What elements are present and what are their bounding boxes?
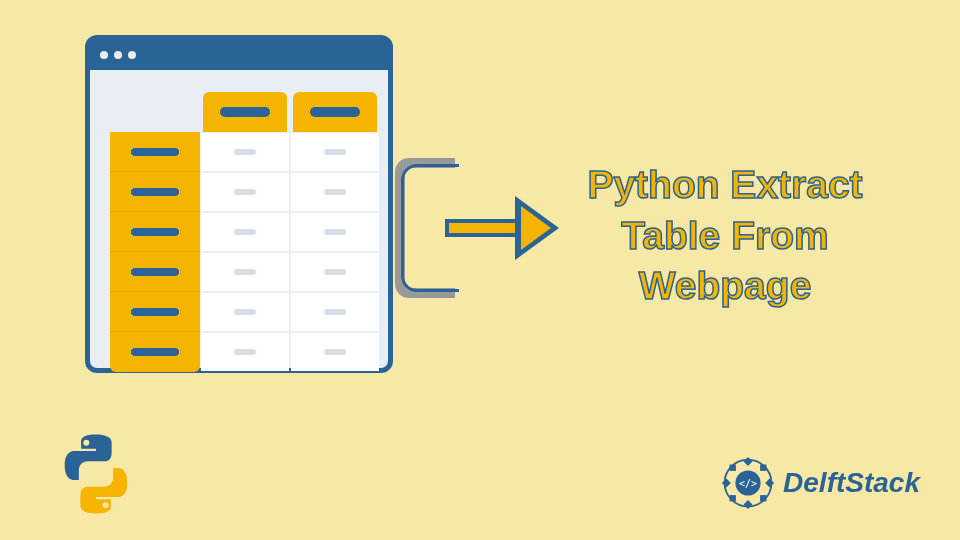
table-header <box>203 92 287 132</box>
title-line-1: Python Extract <box>560 160 890 211</box>
browser-window <box>85 35 393 373</box>
table-row-header <box>110 332 200 372</box>
table-row-header <box>110 172 200 212</box>
table-cell <box>291 253 379 291</box>
window-dot-icon <box>114 51 122 59</box>
table-cell <box>201 333 289 371</box>
page-title: Python Extract Table From Webpage <box>560 160 890 312</box>
brand-text: DelftStack <box>783 467 920 499</box>
table-cell <box>201 293 289 331</box>
table-cell <box>291 213 379 251</box>
table-row-header <box>110 132 200 172</box>
brand-logo: </> DelftStack <box>721 456 920 510</box>
table-cell <box>201 213 289 251</box>
window-dot-icon <box>128 51 136 59</box>
table-row-header <box>110 212 200 252</box>
browser-titlebar <box>90 40 388 70</box>
svg-text:</>: </> <box>739 478 757 489</box>
table-cell <box>291 133 379 171</box>
table-cell <box>201 133 289 171</box>
table-row-header <box>110 252 200 292</box>
table-cell <box>291 173 379 211</box>
data-table <box>110 92 380 372</box>
table-cell <box>201 173 289 211</box>
window-dot-icon <box>100 51 108 59</box>
title-line-3: Webpage <box>560 261 890 312</box>
table-header <box>293 92 377 132</box>
table-corner <box>110 92 200 132</box>
delftstack-icon: </> <box>721 456 775 510</box>
table-cell <box>291 333 379 371</box>
title-line-2: Table From <box>560 211 890 262</box>
python-logo-icon <box>55 433 137 515</box>
table-row-header <box>110 292 200 332</box>
table-cell <box>201 253 289 291</box>
table-cell <box>291 293 379 331</box>
